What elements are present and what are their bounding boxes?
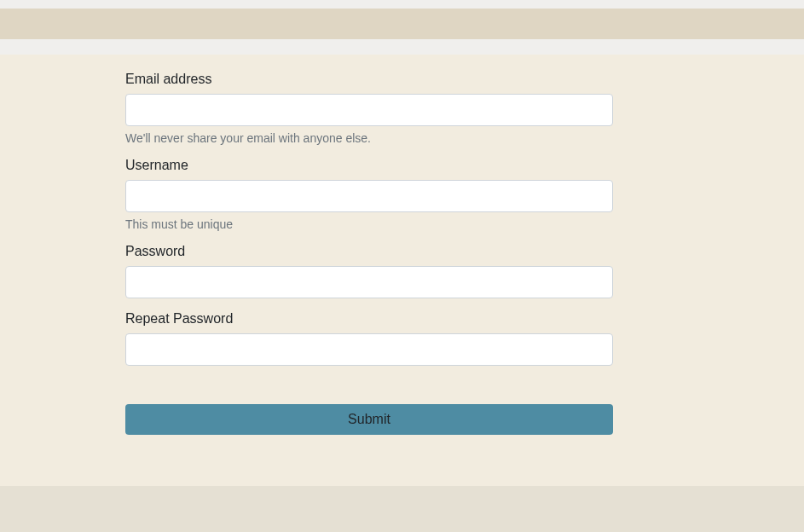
password-label: Password <box>125 244 613 259</box>
username-help-text: This must be unique <box>125 217 613 231</box>
signup-form: Email address We'll never share your ema… <box>125 72 613 435</box>
repeat-password-label: Repeat Password <box>125 311 613 327</box>
email-label: Email address <box>125 72 613 87</box>
username-group: Username This must be unique <box>125 158 613 231</box>
footer-area <box>0 486 804 532</box>
repeat-password-field[interactable] <box>125 333 613 366</box>
email-group: Email address We'll never share your ema… <box>125 72 613 145</box>
gap-bar <box>0 39 804 55</box>
email-field[interactable] <box>125 94 613 126</box>
password-group: Password <box>125 244 613 298</box>
repeat-password-group: Repeat Password <box>125 311 613 366</box>
password-field[interactable] <box>125 266 613 298</box>
email-help-text: We'll never share your email with anyone… <box>125 131 613 145</box>
username-field[interactable] <box>125 180 613 212</box>
submit-button[interactable]: Submit <box>125 404 613 435</box>
top-bar <box>0 0 804 9</box>
sub-bar <box>0 9 804 39</box>
main-panel: Email address We'll never share your ema… <box>0 55 804 486</box>
username-label: Username <box>125 158 613 173</box>
